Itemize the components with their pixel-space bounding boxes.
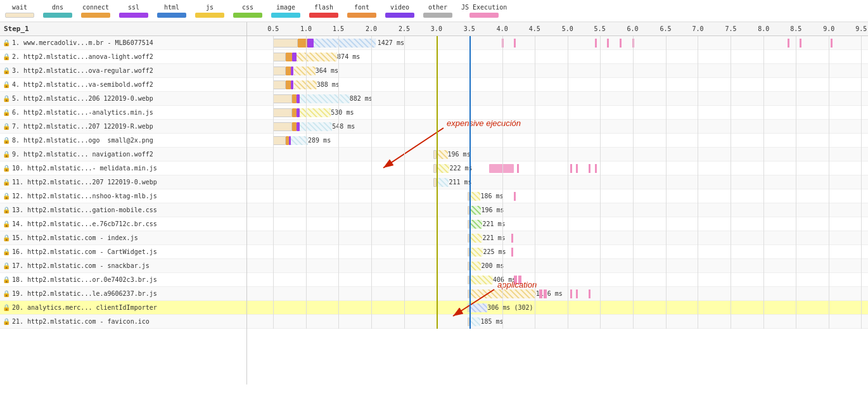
- legend-flash: flash: [309, 4, 338, 18]
- timeline-row-5[interactable]: 882 ms: [247, 92, 868, 106]
- request-row-1[interactable]: 🔒 1. www.mercadoliv...m.br - MLB6077514: [0, 36, 246, 50]
- lock-icon-7: 🔒: [3, 123, 10, 130]
- left-panel: Step_1 🔒 1. www.mercadoliv...m.br - MLB6…: [0, 22, 247, 384]
- timeline-row-19[interactable]: 1136 ms: [247, 287, 868, 301]
- tick-6.5: 6.5: [660, 25, 671, 32]
- timeline-row-18[interactable]: 406 ms: [247, 273, 868, 287]
- legend-connect-label: connect: [82, 4, 109, 11]
- lock-icon-3: 🔒: [3, 67, 10, 74]
- legend-css-label: css: [242, 4, 253, 11]
- lock-icon-5: 🔒: [3, 95, 10, 102]
- request-row-8[interactable]: 🔒 8. http2.mlstatic...ogo__small@2x.png: [0, 134, 246, 148]
- request-row-11[interactable]: 🔒 11. http2.mlstatic...207_122019-0.webp: [0, 175, 246, 189]
- request-row-9[interactable]: 🔒 9. http2.mlstatic... navigation.woff2: [0, 148, 246, 162]
- request-row-4[interactable]: 🔒 4. http2.mlstatic...va-semibold.woff2: [0, 78, 246, 92]
- timeline-row-11[interactable]: 211 ms: [247, 175, 868, 189]
- legend-ssl-color: [119, 13, 148, 18]
- legend-other-label: other: [428, 4, 447, 11]
- request-name-9: 9. http2.mlstatic... navigation.woff2: [12, 151, 153, 158]
- timeline-row-10[interactable]: 222 ms: [247, 162, 868, 175]
- request-name-16: 16. http2.mlstatic.com - CartWidget.js: [12, 248, 157, 255]
- lock-icon-14: 🔒: [3, 220, 10, 227]
- request-row-14[interactable]: 🔒 14. http2.mlstatic...e.76cb712c.br.css: [0, 217, 246, 231]
- request-row-12[interactable]: 🔒 12. http2.mlstatic...nshoo-ktag-mlb.js: [0, 189, 246, 203]
- lock-icon-1: 🔒: [3, 39, 10, 46]
- request-name-11: 11. http2.mlstatic...207_122019-0.webp: [12, 179, 157, 186]
- legend-wait-color: [5, 13, 34, 18]
- legend-js-color: [195, 13, 224, 18]
- tick-1.0: 1.0: [300, 25, 312, 32]
- request-row-6[interactable]: 🔒 6. http2.mlstatic...-analytics.min.js: [0, 106, 246, 120]
- request-row-19[interactable]: 🔒 19. http2.mlstatic...le.a9606237.br.js: [0, 287, 246, 301]
- request-name-6: 6. http2.mlstatic...-analytics.min.js: [12, 109, 153, 116]
- annotation-expensive: expensive ejecución: [447, 118, 521, 128]
- request-name-21: 21. http2.mlstatic.com - favicon.ico: [12, 318, 150, 325]
- timeline-row-6[interactable]: 530 ms: [247, 106, 868, 120]
- request-row-17[interactable]: 🔒 17. http2.mlstatic.com - snackbar.js: [0, 259, 246, 273]
- lock-icon-16: 🔒: [3, 248, 10, 255]
- timeline-ticks: 0.5 1.0 1.5 2.0 2.5 3.0 3.5 4.0 4.5 5.0 …: [247, 22, 868, 35]
- legend-jsexec-color: [469, 13, 499, 18]
- timeline-row-17[interactable]: 200 ms: [247, 259, 868, 273]
- request-row-10[interactable]: 🔒 10. http2.mlstatic...- melidata.min.js: [0, 162, 246, 175]
- timeline-row-7[interactable]: 548 ms: [247, 120, 868, 134]
- tick-7.5: 7.5: [725, 25, 736, 32]
- request-name-20: 20. analytics.merc... clientIdImporter: [12, 304, 157, 311]
- lock-icon-8: 🔒: [3, 137, 10, 144]
- timeline-row-8[interactable]: 289 ms: [247, 134, 868, 148]
- legend-connect-color: [81, 13, 110, 18]
- timeline-row-13[interactable]: 196 ms: [247, 203, 868, 217]
- tick-3.5: 3.5: [464, 25, 475, 32]
- legend-font: font: [347, 4, 376, 18]
- timeline-row-12[interactable]: 186 ms: [247, 189, 868, 203]
- lock-icon-9: 🔒: [3, 151, 10, 158]
- legend-html-label: html: [164, 4, 179, 11]
- request-row-5[interactable]: 🔒 5. http2.mlstatic...206_122019-0.webp: [0, 92, 246, 106]
- tick-2.5: 2.5: [399, 25, 410, 32]
- legend-dns-color: [43, 13, 72, 18]
- request-row-13[interactable]: 🔒 13. http2.mlstatic...gation-mobile.css: [0, 203, 246, 217]
- request-name-19: 19. http2.mlstatic...le.a9606237.br.js: [12, 290, 157, 297]
- request-row-2[interactable]: 🔒 2. http2.mlstatic...anova-light.woff2: [0, 50, 246, 64]
- request-row-3[interactable]: 🔒 3. http2.mlstatic...ova-regular.woff2: [0, 64, 246, 78]
- request-row-15[interactable]: 🔒 15. http2.mlstatic.com - index.js: [0, 231, 246, 245]
- legend-wait: wait: [5, 4, 34, 18]
- request-name-2: 2. http2.mlstatic...anova-light.woff2: [12, 53, 153, 60]
- tick-6.0: 6.0: [627, 25, 639, 32]
- legend-jsexec: JS Execution: [461, 4, 507, 18]
- tick-7.0: 7.0: [692, 25, 703, 32]
- lock-icon-11: 🔒: [3, 179, 10, 186]
- request-row-21[interactable]: 🔒 21. http2.mlstatic.com - favicon.ico: [0, 315, 246, 329]
- legend-ssl-label: ssl: [128, 4, 139, 11]
- timeline-row-21[interactable]: 185 ms: [247, 315, 868, 329]
- request-row-20[interactable]: 🔒 20. analytics.merc... clientIdImporter: [0, 301, 246, 315]
- timeline-row-16[interactable]: 225 ms: [247, 245, 868, 259]
- main-area: Step_1 🔒 1. www.mercadoliv...m.br - MLB6…: [0, 22, 868, 384]
- right-panel: 0.5 1.0 1.5 2.0 2.5 3.0 3.5 4.0 4.5 5.0 …: [247, 22, 868, 384]
- request-row-18[interactable]: 🔒 18. http2.mlstatic...or.0e7402c3.br.js: [0, 273, 246, 287]
- request-name-10: 10. http2.mlstatic...- melidata.min.js: [12, 165, 157, 172]
- timeline-row-9[interactable]: 196 ms: [247, 148, 868, 162]
- timeline-row-14[interactable]: 221 ms: [247, 217, 868, 231]
- timeline-row-3[interactable]: 364 ms: [247, 64, 868, 78]
- timeline-row-15[interactable]: 221 ms: [247, 231, 868, 245]
- timeline-row-2[interactable]: 874 ms: [247, 50, 868, 64]
- legend-css-color: [233, 13, 262, 18]
- timeline-row-4[interactable]: 388 ms: [247, 78, 868, 92]
- request-row-16[interactable]: 🔒 16. http2.mlstatic.com - CartWidget.js: [0, 245, 246, 259]
- tick-5.5: 5.5: [594, 25, 606, 32]
- lock-icon-20: 🔒: [3, 304, 10, 311]
- request-name-8: 8. http2.mlstatic...ogo__small@2x.png: [12, 137, 153, 144]
- lock-icon-2: 🔒: [3, 53, 10, 60]
- timeline-row-20[interactable]: 306 ms (302): [247, 301, 868, 315]
- tick-8.0: 8.0: [758, 25, 769, 32]
- legend-image: image: [271, 4, 300, 18]
- tick-9.0: 9.0: [823, 25, 834, 32]
- request-row-7[interactable]: 🔒 7. http2.mlstatic...207_122019-R.webp: [0, 120, 246, 134]
- timeline-row-1[interactable]: 1427 ms: [247, 36, 868, 50]
- legend-dns-label: dns: [52, 4, 63, 11]
- request-name-4: 4. http2.mlstatic...va-semibold.woff2: [12, 81, 153, 88]
- lock-icon-15: 🔒: [3, 234, 10, 241]
- tick-8.5: 8.5: [790, 25, 801, 32]
- tick-0.5: 0.5: [267, 25, 279, 32]
